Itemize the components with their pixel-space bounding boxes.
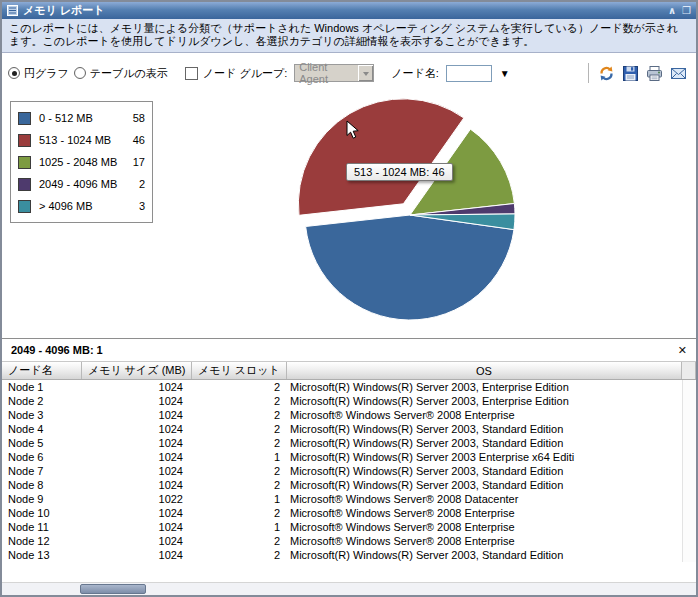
cell-gutter bbox=[682, 548, 696, 562]
detail-header: 2049 - 4096 MB: 1 ✕ bbox=[2, 339, 696, 361]
table-radio-label: テーブルの表示 bbox=[90, 66, 168, 81]
collapse-icon[interactable]: ∧ bbox=[668, 6, 676, 16]
node-name-input[interactable] bbox=[446, 65, 492, 82]
cell-memory-size: 1024 bbox=[82, 478, 192, 492]
toolbar: 円グラフ テーブルの表示 ノード グループ: Client Agent ノード名… bbox=[2, 53, 696, 93]
node-group-label: ノード グループ: bbox=[203, 66, 287, 81]
legend-count: 2 bbox=[139, 178, 145, 190]
cell-memory-slots: 2 bbox=[192, 436, 287, 450]
table-filler bbox=[2, 562, 696, 582]
legend-item[interactable]: 0 - 512 MB58 bbox=[18, 107, 145, 129]
table-row[interactable]: Node 610241Microsoft(R) Windows(R) Serve… bbox=[2, 450, 696, 464]
cell-memory-size: 1024 bbox=[82, 464, 192, 478]
cell-memory-slots: 2 bbox=[192, 422, 287, 436]
cell-node-name: Node 5 bbox=[2, 436, 82, 450]
table-row[interactable]: Node 410242Microsoft(R) Windows(R) Serve… bbox=[2, 422, 696, 436]
legend-count: 58 bbox=[133, 112, 145, 124]
cell-gutter bbox=[682, 492, 696, 506]
cell-memory-slots: 2 bbox=[192, 380, 287, 394]
node-group-checkbox[interactable] bbox=[185, 67, 198, 80]
cell-node-name: Node 11 bbox=[2, 520, 82, 534]
table-row[interactable]: Node 910221Microsoft® Windows Server® 20… bbox=[2, 492, 696, 506]
node-group-value: Client Agent bbox=[299, 61, 358, 85]
node-group-select: Client Agent bbox=[294, 64, 374, 82]
table-row[interactable]: Node 310242Microsoft® Windows Server® 20… bbox=[2, 408, 696, 422]
horizontal-scrollbar[interactable] bbox=[2, 582, 696, 595]
table-row[interactable]: Node 1010242Microsoft® Windows Server® 2… bbox=[2, 506, 696, 520]
close-icon[interactable]: ✕ bbox=[678, 345, 687, 356]
legend-item[interactable]: > 4096 MB3 bbox=[18, 195, 145, 217]
report-window: メモリ レポート ∧ ❐ このレポートには、メモリ量による分類で（サポートされた… bbox=[0, 0, 698, 597]
column-header-memory-size[interactable]: メモリ サイズ (MB) bbox=[82, 362, 192, 379]
cell-gutter bbox=[682, 394, 696, 408]
report-icon bbox=[7, 5, 18, 16]
legend-item[interactable]: 1025 - 2048 MB17 bbox=[18, 151, 145, 173]
table-header: ノード名 メモリ サイズ (MB) メモリ スロット OS bbox=[2, 361, 696, 380]
scrollbar-thumb[interactable] bbox=[80, 584, 146, 594]
refresh-icon[interactable] bbox=[598, 65, 615, 82]
cell-gutter bbox=[682, 450, 696, 464]
legend-swatch bbox=[18, 178, 31, 191]
node-name-dropdown-icon[interactable]: ▼ bbox=[500, 68, 510, 79]
table-row[interactable]: Node 510242Microsoft(R) Windows(R) Serve… bbox=[2, 436, 696, 450]
cell-os: Microsoft(R) Windows(R) Server 2003, Sta… bbox=[287, 464, 682, 478]
column-header-os[interactable]: OS bbox=[287, 362, 682, 379]
cell-os: Microsoft® Windows Server® 2008 Enterpri… bbox=[287, 520, 682, 534]
table-row[interactable]: Node 1210242Microsoft® Windows Server® 2… bbox=[2, 534, 696, 548]
table-view-radio[interactable]: テーブルの表示 bbox=[74, 66, 168, 81]
table-body: Node 110242Microsoft(R) Windows(R) Serve… bbox=[2, 380, 696, 562]
window-icon[interactable]: ❐ bbox=[682, 6, 691, 16]
cell-memory-size: 1024 bbox=[82, 450, 192, 464]
report-description: このレポートには、メモリ量による分類で（サポートされた Windows オペレー… bbox=[2, 19, 696, 53]
print-icon[interactable] bbox=[646, 65, 663, 82]
cell-gutter bbox=[682, 506, 696, 520]
cell-gutter bbox=[682, 422, 696, 436]
cell-node-name: Node 3 bbox=[2, 408, 82, 422]
legend-item[interactable]: 2049 - 4096 MB2 bbox=[18, 173, 145, 195]
cell-memory-size: 1024 bbox=[82, 380, 192, 394]
cell-os: Microsoft(R) Windows(R) Server 2003 Ente… bbox=[287, 450, 682, 464]
pie-slice-0[interactable] bbox=[306, 215, 514, 320]
cell-memory-size: 1024 bbox=[82, 422, 192, 436]
table-row[interactable]: Node 110242Microsoft(R) Windows(R) Serve… bbox=[2, 380, 696, 394]
legend-count: 17 bbox=[133, 156, 145, 168]
cell-memory-slots: 2 bbox=[192, 464, 287, 478]
node-name-label: ノード名: bbox=[391, 66, 439, 81]
cell-os: Microsoft(R) Windows(R) Server 2003, Ent… bbox=[287, 380, 682, 394]
cell-memory-slots: 2 bbox=[192, 548, 287, 562]
table-row[interactable]: Node 1310242Microsoft(R) Windows(R) Serv… bbox=[2, 548, 696, 562]
cell-memory-slots: 1 bbox=[192, 492, 287, 506]
email-icon[interactable] bbox=[670, 65, 687, 82]
cell-os: Microsoft(R) Windows(R) Server 2003, Sta… bbox=[287, 548, 682, 562]
cell-node-name: Node 7 bbox=[2, 464, 82, 478]
pie-chart-radio[interactable]: 円グラフ bbox=[8, 66, 69, 81]
window-title: メモリ レポート bbox=[23, 3, 105, 18]
column-header-memory-slots[interactable]: メモリ スロット bbox=[192, 362, 287, 379]
legend-swatch bbox=[18, 134, 31, 147]
cell-memory-size: 1024 bbox=[82, 506, 192, 520]
table-row[interactable]: Node 710242Microsoft(R) Windows(R) Serve… bbox=[2, 464, 696, 478]
cell-os: Microsoft(R) Windows(R) Server 2003, Ent… bbox=[287, 394, 682, 408]
cell-os: Microsoft® Windows Server® 2008 Datacent… bbox=[287, 492, 682, 506]
table-row[interactable]: Node 1110241Microsoft® Windows Server® 2… bbox=[2, 520, 696, 534]
cell-node-name: Node 13 bbox=[2, 548, 82, 562]
cell-memory-size: 1022 bbox=[82, 492, 192, 506]
cell-memory-slots: 2 bbox=[192, 394, 287, 408]
legend-count: 3 bbox=[139, 200, 145, 212]
table-row[interactable]: Node 810242Microsoft(R) Windows(R) Serve… bbox=[2, 478, 696, 492]
column-header-gutter bbox=[682, 362, 696, 379]
cell-os: Microsoft® Windows Server® 2008 Enterpri… bbox=[287, 408, 682, 422]
cell-memory-slots: 1 bbox=[192, 520, 287, 534]
cell-gutter bbox=[682, 520, 696, 534]
chart-tooltip: 513 - 1024 MB: 46 bbox=[346, 163, 453, 181]
cell-os: Microsoft® Windows Server® 2008 Enterpri… bbox=[287, 506, 682, 520]
window-titlebar: メモリ レポート ∧ ❐ bbox=[2, 2, 696, 19]
save-icon[interactable] bbox=[622, 65, 639, 82]
column-header-node-name[interactable]: ノード名 bbox=[2, 362, 82, 379]
cell-node-name: Node 4 bbox=[2, 422, 82, 436]
cell-memory-slots: 1 bbox=[192, 450, 287, 464]
legend-swatch bbox=[18, 156, 31, 169]
legend-item[interactable]: 513 - 1024 MB46 bbox=[18, 129, 145, 151]
table-row[interactable]: Node 210242Microsoft(R) Windows(R) Serve… bbox=[2, 394, 696, 408]
cell-gutter bbox=[682, 534, 696, 548]
